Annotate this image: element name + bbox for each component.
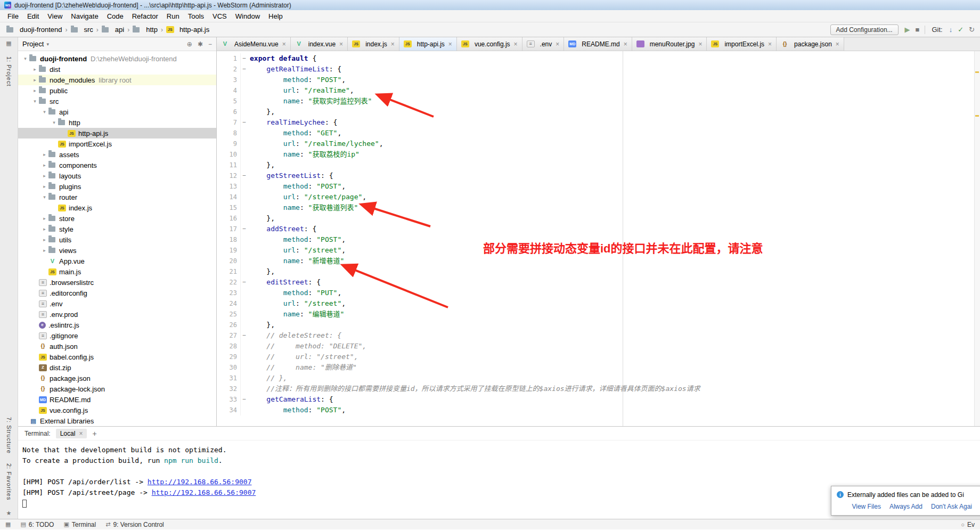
tree-item-http[interactable]: ▾http	[18, 117, 216, 128]
menu-item-help[interactable]: Help	[264, 11, 287, 21]
tree-item-readme-md[interactable]: MDREADME.md	[18, 394, 216, 405]
chevron-open-icon[interactable]: ▾	[50, 120, 58, 125]
menu-item-window[interactable]: Window	[231, 11, 264, 21]
tree-item-router[interactable]: ▾router	[18, 192, 216, 202]
hamburger-menu-icon[interactable]: ▦	[5, 521, 11, 528]
tab-menurouter-jpg[interactable]: menuRouter.jpg×	[632, 37, 707, 51]
tree-item-store[interactable]: ▸store	[18, 213, 216, 224]
tab-asidemenu-vue[interactable]: VAsideMenu.vue×	[217, 37, 291, 51]
close-icon[interactable]: ×	[448, 40, 452, 48]
fold-minus-icon[interactable]: −	[240, 330, 248, 341]
close-icon[interactable]: ×	[79, 430, 83, 437]
chevron-closed-icon[interactable]: ▸	[31, 77, 39, 83]
editor-scrollbar[interactable]	[974, 51, 980, 426]
menu-item-view[interactable]: View	[43, 11, 67, 21]
tree-item-style[interactable]: ▸style	[18, 224, 216, 234]
tree-item-main-js[interactable]: JSmain.js	[18, 266, 216, 277]
menu-item-tools[interactable]: Tools	[184, 11, 208, 21]
tree-item-editorconfig[interactable]: ≡.editorconfig	[18, 288, 216, 298]
breadcrumb-item-http-api-js[interactable]: JShttp-api.js	[165, 26, 210, 34]
chevron-closed-icon[interactable]: ▸	[40, 248, 48, 253]
chevron-down-icon[interactable]: ▾	[46, 42, 49, 47]
tab-vue-config-js[interactable]: JSvue.config.js×	[457, 37, 522, 51]
breadcrumb-item-duoji-frontend[interactable]: duoji-frontend	[5, 26, 63, 34]
fold-minus-icon[interactable]: −	[240, 394, 248, 405]
tool-button-1-project[interactable]: 1: Project	[6, 56, 12, 86]
close-icon[interactable]: ×	[282, 40, 286, 48]
chevron-open-icon[interactable]: ▾	[40, 194, 48, 200]
new-terminal-session-icon[interactable]: +	[92, 429, 96, 438]
git-update-icon[interactable]: ↓	[949, 26, 953, 34]
chevron-closed-icon[interactable]: ▸	[40, 152, 48, 157]
tree-item-babel-config-js[interactable]: JSbabel.config.js	[18, 352, 216, 362]
project-header-label[interactable]: Project	[22, 40, 44, 48]
tab-importexcel-js[interactable]: JSimportExcel.js×	[707, 37, 777, 51]
tool-button-2-favorites[interactable]: 2: Favorites	[6, 463, 12, 500]
tree-item-auth-json[interactable]: {}auth.json	[18, 341, 216, 352]
fold-minus-icon[interactable]: −	[240, 117, 248, 128]
stripe-warning-mark[interactable]	[975, 71, 979, 73]
menu-item-refactor[interactable]: Refactor	[128, 11, 162, 21]
chevron-closed-icon[interactable]: ▸	[40, 162, 48, 168]
terminal-link[interactable]: http://192.168.66.56:9007	[148, 478, 252, 486]
fold-minus-icon[interactable]: −	[240, 224, 248, 234]
close-icon[interactable]: ×	[836, 40, 839, 48]
tree-item-src[interactable]: ▾src	[18, 96, 216, 107]
menu-item-code[interactable]: Code	[103, 11, 128, 21]
hide-panel-icon[interactable]: −	[208, 40, 212, 48]
tree-item-importexcel-js[interactable]: JSimportExcel.js	[18, 138, 216, 149]
fold-minus-icon[interactable]: −	[240, 53, 248, 64]
tab-env[interactable]: ≡.env×	[522, 37, 565, 51]
status-item-terminal[interactable]: ▣Terminal	[63, 521, 96, 528]
tree-item-browserslistrc[interactable]: ≡.browserslistrc	[18, 277, 216, 288]
tree-item-views[interactable]: ▸views	[18, 245, 216, 256]
tree-item-package-json[interactable]: {}package.json	[18, 373, 216, 384]
tree-item-eslintrc-js[interactable]: e.eslintrc.js	[18, 320, 216, 330]
notification-link-don-t-ask-agai[interactable]: Don't Ask Agai	[931, 503, 972, 510]
tree-item-public[interactable]: ▸public	[18, 85, 216, 96]
chevron-closed-icon[interactable]: ▸	[40, 184, 48, 189]
git-commit-icon[interactable]: ✓	[958, 26, 963, 34]
tree-item-dist-zip[interactable]: Zdist.zip	[18, 362, 216, 373]
chevron-closed-icon[interactable]: ▸	[40, 226, 48, 232]
menu-item-vcs[interactable]: VCS	[208, 11, 231, 21]
code-editor[interactable]: 1−export default {2− getRealTimeList: {3…	[217, 51, 980, 426]
chevron-closed-icon[interactable]: ▸	[40, 237, 48, 242]
menu-item-run[interactable]: Run	[162, 11, 184, 21]
add-configuration-button[interactable]: Add Configuration...	[830, 25, 899, 35]
tab-index-js[interactable]: JSindex.js×	[348, 37, 399, 51]
notification-link-always-add[interactable]: Always Add	[889, 503, 922, 510]
tree-item-node-modules[interactable]: ▸node_moduleslibrary root	[18, 75, 216, 85]
breadcrumb-item-api[interactable]: api	[101, 26, 125, 34]
close-icon[interactable]: ×	[556, 40, 559, 48]
tree-item-external-libraries[interactable]: ▤External Libraries	[18, 415, 216, 426]
fold-minus-icon[interactable]: −	[240, 277, 248, 288]
tree-item-assets[interactable]: ▸assets	[18, 149, 216, 160]
status-item-6-todo[interactable]: ▤6: TODO	[20, 521, 54, 528]
tree-item-layouts[interactable]: ▸layouts	[18, 170, 216, 181]
tree-item-components[interactable]: ▸components	[18, 160, 216, 170]
menu-item-file[interactable]: File	[3, 11, 23, 21]
tree-item-http-api-js[interactable]: JShttp-api.js	[18, 128, 216, 138]
chevron-open-icon[interactable]: ▾	[21, 56, 29, 61]
close-icon[interactable]: ×	[768, 40, 772, 48]
close-icon[interactable]: ×	[698, 40, 702, 48]
breadcrumb-item-http[interactable]: http	[132, 26, 159, 34]
notification-link-view-files[interactable]: View Files	[852, 503, 880, 510]
stop-icon[interactable]: ■	[916, 26, 920, 34]
tree-item-vue-config-js[interactable]: JSvue.config.js	[18, 405, 216, 415]
chevron-closed-icon[interactable]: ▸	[31, 67, 39, 72]
tab-package-json[interactable]: {}package.json×	[777, 37, 844, 51]
run-icon[interactable]: ▶	[905, 26, 910, 34]
tree-item-env[interactable]: ≡.env	[18, 298, 216, 309]
chevron-closed-icon[interactable]: ▸	[40, 216, 48, 221]
fold-minus-icon[interactable]: −	[240, 64, 248, 75]
chevron-closed-icon[interactable]: ▸	[40, 173, 48, 178]
tree-item-package-lock-json[interactable]: {}package-lock.json	[18, 384, 216, 394]
close-icon[interactable]: ×	[624, 40, 627, 48]
tree-item-index-js[interactable]: JSindex.js	[18, 202, 216, 213]
terminal-link[interactable]: http://192.168.66.56:9007	[152, 488, 256, 496]
tree-item-gitignore[interactable]: ≡.gitignore	[18, 330, 216, 341]
tree-item-utils[interactable]: ▸utils	[18, 234, 216, 245]
tool-button-7-structure[interactable]: 7: Structure	[6, 417, 12, 454]
